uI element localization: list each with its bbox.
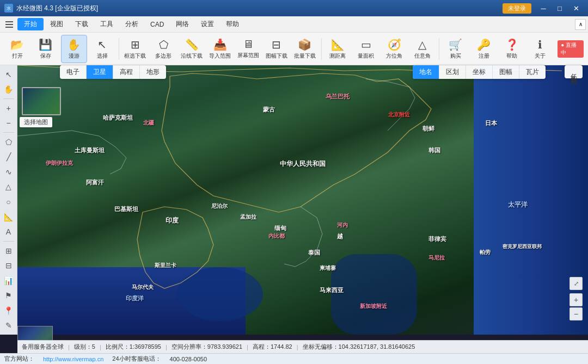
label-bangladesh: 孟加拉 xyxy=(240,213,256,221)
tool-about[interactable]: ℹ 关于 xyxy=(527,35,553,63)
toolbar-separator-1 xyxy=(119,38,119,60)
tab-satellite[interactable]: 卫星 xyxy=(87,65,113,79)
zoom-out-button[interactable]: − xyxy=(569,307,583,320)
tab-district[interactable]: 区划 xyxy=(439,65,466,79)
buy-icon: 🛒 xyxy=(449,38,462,51)
import-range-label: 导入范围 xyxy=(209,52,231,60)
tool-buy[interactable]: 🛒 购买 xyxy=(443,35,469,63)
left-tool-circle[interactable]: ○ xyxy=(1,195,16,209)
label-north-korea: 朝鲜 xyxy=(422,125,434,133)
tab-frame[interactable]: 图幅 xyxy=(493,65,519,79)
tool-line-download[interactable]: 📏 沿线下载 xyxy=(179,35,205,63)
left-tool-chart[interactable]: 📊 xyxy=(1,274,16,288)
map-thumbnail-label[interactable]: 选择地图 xyxy=(20,117,52,127)
left-tool-text[interactable]: A xyxy=(1,225,16,239)
left-tool-grid[interactable]: ⊟ xyxy=(1,258,16,273)
register-icon: 🔑 xyxy=(477,38,491,51)
label-hanoi: 河内 xyxy=(337,221,348,229)
import-range-icon: 📥 xyxy=(213,38,227,51)
fullscreen-button[interactable]: ⤢ xyxy=(569,277,583,290)
label-afghanistan: 阿富汗 xyxy=(86,178,104,187)
menu-item-tools[interactable]: 工具 xyxy=(95,17,119,31)
menu-item-download[interactable]: 下载 xyxy=(70,17,94,31)
select-icon: ↖ xyxy=(97,38,107,51)
label-turkmenistan: 土库曼斯坦 xyxy=(75,146,105,155)
tool-help[interactable]: ❓ 帮助 xyxy=(499,35,525,63)
tool-any-angle[interactable]: △ 任意角 xyxy=(409,35,436,63)
label-south-korea: 韩国 xyxy=(428,146,440,155)
login-button[interactable]: 未登录 xyxy=(503,3,531,14)
close-button[interactable]: ✕ xyxy=(568,2,584,14)
label-pacific: 太平洋 xyxy=(508,200,528,209)
level-status: 级别：5 xyxy=(74,343,95,351)
tool-register[interactable]: 🔑 注册 xyxy=(471,35,497,63)
tool-screen-range[interactable]: 🖥 屏幕范围 xyxy=(235,35,261,63)
left-tool-polygon2[interactable]: ⬠ xyxy=(1,135,16,149)
tab-terrain[interactable]: 地形 xyxy=(140,65,166,79)
footer-bar: 官方网站： http://www.rivermap.cn 24小时客服电话： 4… xyxy=(0,353,588,364)
left-divider-1 xyxy=(3,98,14,99)
left-tool-wave[interactable]: ∿ xyxy=(1,165,16,179)
frame-download-label: 框选下载 xyxy=(124,52,146,60)
menu-item-view[interactable]: 视图 xyxy=(45,17,69,31)
label-naypyidaw: 内比都 xyxy=(268,232,285,240)
tool-import-range[interactable]: 📥 导入范围 xyxy=(207,35,233,63)
left-tool-plus[interactable]: + xyxy=(1,101,16,115)
tool-browse[interactable]: ✋ 漫游 xyxy=(61,35,87,63)
tab-coordinate[interactable]: 坐标 xyxy=(466,65,493,79)
tool-select[interactable]: ↖ 选择 xyxy=(89,35,115,63)
left-tool-pointer[interactable]: ↖ xyxy=(1,67,16,82)
minimize-button[interactable]: ─ xyxy=(536,2,551,14)
collapse-button[interactable]: ∧ xyxy=(575,19,586,30)
tool-frame-download2[interactable]: ⊟ 图幅下载 xyxy=(264,35,290,63)
left-tool-line[interactable]: ╱ xyxy=(1,150,16,164)
left-tool-layer[interactable]: ⊞ xyxy=(1,244,16,258)
frame-download2-icon: ⊟ xyxy=(272,38,281,51)
tab-electronic[interactable]: 电子 xyxy=(60,65,87,79)
tool-measure-area[interactable]: ▭ 量面积 xyxy=(353,35,379,63)
tool-polygon[interactable]: ⬠ 多边形 xyxy=(150,35,176,63)
maximize-button[interactable]: □ xyxy=(552,2,567,14)
menu-item-help[interactable]: 帮助 xyxy=(220,17,244,31)
map-container[interactable]: 哈萨克斯坦 蒙古 乌兰巴托 朝鲜 韩国 日本 北京附近 中华人民共和国 土库曼斯… xyxy=(17,65,588,335)
map-thumbnail xyxy=(23,88,60,114)
tab-placename[interactable]: 地名 xyxy=(413,65,439,79)
tab-tile[interactable]: 瓦片 xyxy=(519,65,546,79)
tool-open[interactable]: 📂 打开 xyxy=(4,35,30,63)
left-tool-hand[interactable]: ✋ xyxy=(1,83,16,97)
tab-elevation[interactable]: 高程 xyxy=(113,65,140,79)
label-india: 印度 xyxy=(166,216,179,225)
menu-item-network[interactable]: 网络 xyxy=(170,17,194,31)
left-tool-flag[interactable]: ⚑ xyxy=(1,288,16,303)
select-label: 选择 xyxy=(97,52,108,60)
zoom-in-button[interactable]: + xyxy=(569,293,583,306)
menu-item-cad[interactable]: CAD xyxy=(145,18,169,30)
tool-measure-dist[interactable]: 📐 测距离 xyxy=(324,35,351,63)
tool-frame-download[interactable]: ⊞ 框选下载 xyxy=(122,35,149,63)
left-tool-edit[interactable]: ✎ xyxy=(1,318,16,332)
left-tool-measure2[interactable]: 📐 xyxy=(1,210,16,224)
label-thailand: 泰国 xyxy=(308,249,320,257)
tool-bearing[interactable]: 🧭 方位角 xyxy=(381,35,407,63)
menu-item-analyze[interactable]: 分析 xyxy=(120,17,144,31)
task-list-button[interactable]: 任务列表 xyxy=(565,65,583,78)
tool-save[interactable]: 💾 保存 xyxy=(33,35,59,63)
elevation-status: 高程：1744.82 xyxy=(253,343,292,351)
footer-website-link[interactable]: http://www.rivermap.cn xyxy=(43,356,103,362)
measure-area-icon: ▭ xyxy=(361,38,371,51)
menu-item-settings[interactable]: 设置 xyxy=(195,17,219,31)
menu-toggle-button[interactable] xyxy=(2,17,16,32)
left-tool-pin[interactable]: 📍 xyxy=(1,304,16,318)
about-label: 关于 xyxy=(535,52,546,60)
save-icon: 💾 xyxy=(39,38,52,51)
label-micronesia: 密克罗尼西亚联邦 xyxy=(503,243,542,250)
left-tool-minus[interactable]: − xyxy=(1,116,16,131)
label-malaysia: 马来西亚 xyxy=(320,286,344,294)
toolbar-separator-2 xyxy=(321,38,322,60)
tool-batch-download[interactable]: 📦 批量下载 xyxy=(292,35,318,63)
start-menu-button[interactable]: 开始 xyxy=(17,18,44,30)
space-dist-status: 空间分辨率：9783.939621 xyxy=(171,343,242,351)
label-indian-ocean: 印度洋 xyxy=(126,294,144,303)
left-tool-triangle[interactable]: △ xyxy=(1,180,16,194)
frame-download-icon: ⊞ xyxy=(131,38,140,51)
